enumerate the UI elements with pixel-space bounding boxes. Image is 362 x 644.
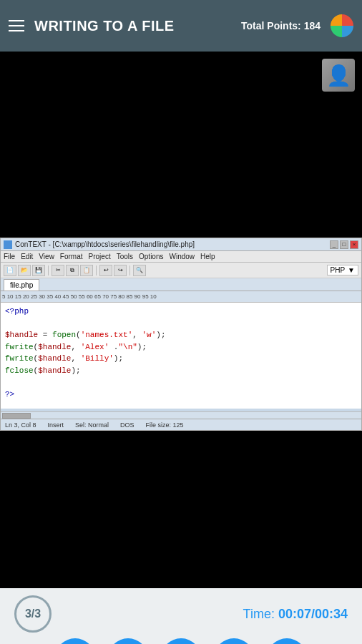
- app-header: WRITING TO A FILE Total Points: 184: [0, 0, 362, 52]
- toolbar-sep2: [96, 265, 97, 275]
- toolbar-redo[interactable]: ↪: [114, 265, 127, 276]
- fullscreen-button[interactable]: [267, 638, 307, 644]
- time-value: 00:07/00:34: [278, 607, 348, 621]
- slide-counter: 3/3: [14, 595, 52, 633]
- lang-dropdown-icon: ▼: [348, 266, 355, 274]
- menu-view[interactable]: View: [39, 253, 54, 260]
- points-label: Total Points:: [241, 20, 301, 31]
- toolbar-new[interactable]: 📄: [4, 265, 16, 276]
- avatar: [322, 59, 355, 92]
- toolbar-sep3: [129, 265, 130, 275]
- points-value: 184: [304, 20, 321, 31]
- toolbar-paste[interactable]: 📋: [80, 265, 93, 276]
- points-display: Total Points: 184: [241, 20, 321, 31]
- toolbar-sep1: [48, 265, 49, 275]
- tab-label: file.php: [10, 281, 33, 289]
- code-line-2: [5, 318, 357, 330]
- menu-options[interactable]: Options: [139, 253, 163, 260]
- status-position: Ln 3, Col 8: [5, 421, 36, 429]
- code-line-3: $handle = fopen('names.txt', 'w');: [5, 329, 357, 341]
- time-label: Time:: [243, 607, 275, 621]
- editor-titlebar: ConTEXT - [C:\xampp\htdocs\series\fileha…: [1, 238, 361, 251]
- editor-statusbar: Ln 3, Col 8 Insert Sel: Normal DOS File …: [1, 419, 361, 430]
- playback-controls: [0, 635, 362, 644]
- toolbar-find[interactable]: 🔍: [133, 265, 146, 276]
- menu-edit[interactable]: Edit: [21, 253, 33, 260]
- editor-titlebar-left: ConTEXT - [C:\xampp\htdocs\series\fileha…: [4, 240, 195, 249]
- editor-title: ConTEXT - [C:\xampp\htdocs\series\fileha…: [15, 240, 195, 248]
- tab-file-php[interactable]: file.php: [4, 279, 39, 291]
- code-editor: ConTEXT - [C:\xampp\htdocs\series\fileha…: [0, 238, 362, 431]
- code-line-4: fwrite($handle, 'Alex' ."\n");: [5, 341, 357, 353]
- editor-tab-bar: file.php: [1, 278, 361, 291]
- app-icon: [331, 14, 353, 37]
- video-bottom: [0, 431, 362, 588]
- controls-info: 3/3 Time: 00:07/00:34: [0, 588, 362, 635]
- pause-button[interactable]: [161, 638, 201, 644]
- menu-file[interactable]: File: [4, 253, 15, 260]
- maximize-button[interactable]: □: [340, 240, 348, 249]
- status-format: DOS: [120, 421, 134, 429]
- editor-icon: [4, 240, 12, 249]
- lang-label: PHP: [331, 266, 346, 274]
- ruler-text: 5 10 15 20 25 30 35 40 45 50 55 60 65 70…: [2, 293, 157, 300]
- close-button[interactable]: ×: [350, 240, 358, 249]
- replay-button[interactable]: [55, 638, 95, 644]
- status-sel: Sel: Normal: [75, 421, 109, 429]
- menu-project[interactable]: Project: [89, 253, 111, 260]
- menu-help[interactable]: Help: [200, 253, 215, 260]
- toolbar-cut[interactable]: ✂: [52, 265, 64, 276]
- code-line-5: fwrite($handle, 'Billy');: [5, 353, 357, 365]
- code-line-7: [5, 376, 357, 389]
- editor-menubar: File Edit View Format Project Tools Opti…: [1, 251, 361, 263]
- status-mode: Insert: [48, 421, 64, 429]
- toolbar-language[interactable]: PHP ▼: [327, 265, 358, 275]
- time-display: Time: 00:07/00:34: [243, 607, 348, 622]
- video-top: [0, 52, 362, 238]
- controls-bar: 3/3 Time: 00:07/00:34: [0, 588, 362, 644]
- toolbar-save[interactable]: 💾: [32, 265, 45, 276]
- skip-back-button[interactable]: [108, 638, 148, 644]
- menu-tools[interactable]: Tools: [117, 253, 133, 260]
- code-area[interactable]: <?php $handle = fopen('names.txt', 'w');…: [1, 303, 361, 409]
- minimize-button[interactable]: _: [330, 240, 338, 249]
- editor-toolbar: 📄 📂 💾 ✂ ⧉ 📋 ↩ ↪ 🔍 PHP ▼: [1, 263, 361, 278]
- menu-window[interactable]: Window: [169, 253, 195, 260]
- editor-hscrollbar[interactable]: [1, 411, 361, 419]
- avatar-image: [322, 59, 355, 92]
- code-line-6: fclose($handle);: [5, 365, 357, 377]
- hscroll-thumb[interactable]: [2, 413, 31, 419]
- code-line-1: <?php: [5, 306, 357, 318]
- toolbar-copy[interactable]: ⧉: [66, 265, 79, 276]
- hamburger-menu[interactable]: [9, 20, 24, 31]
- code-line-8: ?>: [5, 389, 357, 401]
- menu-format[interactable]: Format: [60, 253, 83, 260]
- page-title: WRITING TO A FILE: [34, 18, 231, 34]
- window-controls: _ □ ×: [330, 240, 358, 249]
- toolbar-undo[interactable]: ↩: [99, 265, 112, 276]
- skip-forward-button[interactable]: [214, 638, 254, 644]
- editor-ruler: 5 10 15 20 25 30 35 40 45 50 55 60 65 70…: [1, 291, 361, 303]
- status-filesize: File size: 125: [146, 421, 184, 429]
- toolbar-open[interactable]: 📂: [18, 265, 31, 276]
